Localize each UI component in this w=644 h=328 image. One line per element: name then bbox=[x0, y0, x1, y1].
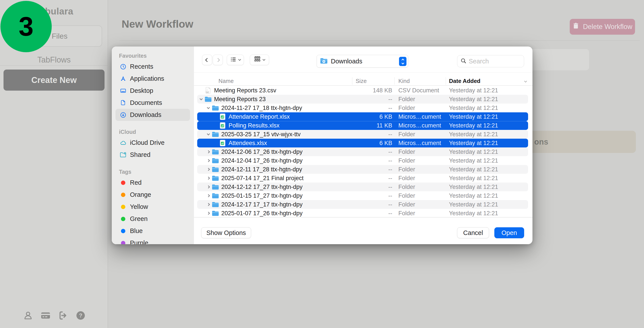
sign-out-icon[interactable] bbox=[58, 310, 68, 321]
dialog-sidebar-item-blue[interactable]: Blue bbox=[116, 225, 190, 237]
table-row-2025-01-15-17-27-ttx-hgtn-dpy[interactable]: 2025-01-15 17_27 ttx-hgtn-dpy -- Folder … bbox=[197, 191, 528, 200]
file-date-added: Yesterday at 12:21 bbox=[449, 95, 521, 104]
folder-icon bbox=[212, 175, 219, 182]
dialog-sidebar-item-red[interactable]: Red bbox=[116, 177, 190, 189]
disclosure-chevron-icon[interactable] bbox=[206, 186, 211, 188]
table-row-2024-12-11-17-28-ttx-hgtn-dpy[interactable]: 2024-12-11 17_28 ttx-hgtn-dpy -- Folder … bbox=[197, 165, 528, 174]
cancel-button[interactable]: Cancel bbox=[457, 227, 489, 238]
dialog-sidebar-item-downloads[interactable]: Downloads bbox=[116, 109, 190, 121]
disclosure-chevron-icon[interactable] bbox=[206, 195, 211, 197]
forward-button[interactable] bbox=[213, 55, 223, 65]
file-name-cell: 2024-12-12 17_27 ttx-hgtn-dpy bbox=[197, 183, 302, 191]
sidebar-section-title-tags: Tags bbox=[116, 169, 190, 175]
table-row-meeting-reports-23-csv[interactable]: csv Meeting Reports 23.csv 148 KB CSV Do… bbox=[197, 86, 528, 95]
search-field[interactable] bbox=[457, 55, 524, 67]
file-name-cell: 2024-12-06 17_26 ttx-hgtn-dpy bbox=[197, 147, 302, 156]
column-header-name[interactable]: Name bbox=[218, 77, 234, 85]
dialog-sidebar-item-recents[interactable]: Recents bbox=[116, 61, 190, 73]
group-view-dropdown[interactable] bbox=[250, 55, 269, 65]
file-kind: Folder bbox=[398, 200, 448, 209]
folder-icon bbox=[212, 210, 219, 217]
table-row-2024-12-04-17-26-ttx-hgtn-dpy[interactable]: 2024-12-04 17_26 ttx-hgtn-dpy -- Folder … bbox=[197, 156, 528, 165]
file-date-added: Yesterday at 12:21 bbox=[449, 209, 521, 217]
table-row-2024-12-06-17-26-ttx-hgtn-dpy[interactable]: 2024-12-06 17_26 ttx-hgtn-dpy -- Folder … bbox=[197, 147, 528, 156]
delete-workflow-button[interactable]: Delete Workflow bbox=[570, 19, 635, 35]
dialog-sidebar-item-yellow[interactable]: Yellow bbox=[116, 201, 190, 213]
table-row-polling-results-xlsx[interactable]: Polling Results.xlsx 11 KB Micros…cument… bbox=[197, 121, 528, 130]
column-header-date-added[interactable]: Date Added bbox=[449, 77, 480, 85]
file-name-cell: csv Meeting Reports 23.csv bbox=[197, 86, 276, 95]
page-title: New Workflow bbox=[122, 18, 193, 30]
disclosure-chevron-icon[interactable] bbox=[206, 203, 211, 206]
folder-icon bbox=[212, 183, 219, 191]
column-header-size[interactable]: Size bbox=[356, 77, 367, 85]
help-icon[interactable]: ? bbox=[76, 310, 86, 321]
table-row-2024-12-12-17-27-ttx-hgtn-dpy[interactable]: 2024-12-12 17_27 ttx-hgtn-dpy -- Folder … bbox=[197, 183, 528, 191]
select-stepper-icon[interactable] bbox=[399, 57, 406, 66]
location-select[interactable]: Downloads bbox=[317, 55, 408, 68]
file-name: 2025-07-14 17_21 Final project bbox=[221, 175, 304, 182]
excel-file-icon bbox=[219, 113, 226, 120]
dialog-sidebar-item-applications[interactable]: Applications bbox=[116, 73, 190, 85]
table-row-attendees-xlsx[interactable]: Attendees.xlsx 6 KB Micros…cument Yester… bbox=[197, 139, 528, 147]
sidebar-bottom-toolbar: ? bbox=[23, 310, 86, 321]
disclosure-chevron-icon[interactable] bbox=[206, 159, 211, 162]
table-row-meeting-reports-23[interactable]: Meeting Reports 23 -- Folder Yesterday a… bbox=[197, 95, 528, 104]
sidebar-item-label: Green bbox=[130, 215, 148, 223]
sidebar-item-label: Blue bbox=[130, 227, 143, 235]
downloads-folder-icon bbox=[320, 58, 328, 65]
table-row-2025-01-07-17-26-ttx-hgtn-dpy[interactable]: 2025-01-07 17_26 ttx-hgtn-dpy -- Folder … bbox=[197, 209, 528, 217]
file-name-cell: 2025-03-25 17_15 vtv-wjyx-ttv bbox=[197, 130, 301, 139]
tag-dot bbox=[120, 204, 126, 210]
table-row-attendance-report-xlsx[interactable]: Attendance Report.xlsx 6 KB Micros…cumen… bbox=[197, 112, 528, 121]
document-icon bbox=[120, 100, 126, 106]
file-kind: Folder bbox=[398, 174, 448, 183]
dialog-sidebar-item-shared[interactable]: Shared bbox=[116, 149, 190, 161]
table-row-2024-12-17-17-17-ttx-hgtn-dpy[interactable]: 2024-12-17 17_17 ttx-hgtn-dpy -- Folder … bbox=[197, 200, 528, 209]
dialog-sidebar-item-purple[interactable]: Purple bbox=[116, 237, 190, 244]
table-row-2025-07-14-17-21-final-project[interactable]: 2025-07-14 17_21 Final project -- Folder… bbox=[197, 174, 528, 183]
disclosure-chevron-icon[interactable] bbox=[206, 134, 211, 135]
svg-text:?: ? bbox=[79, 312, 82, 318]
disclosure-chevron-icon[interactable] bbox=[206, 151, 211, 153]
search-icon bbox=[460, 58, 466, 65]
open-button[interactable]: Open bbox=[494, 227, 524, 238]
file-name: 2024-12-11 17_28 ttx-hgtn-dpy bbox=[221, 166, 302, 173]
folder-icon bbox=[204, 95, 212, 103]
dialog-sidebar-item-documents[interactable]: Documents bbox=[116, 97, 190, 109]
chevron-right-icon bbox=[216, 58, 220, 62]
dialog-sidebar-item-green[interactable]: Green bbox=[116, 213, 190, 225]
sort-chevron-icon[interactable] bbox=[524, 79, 526, 83]
file-size: -- bbox=[359, 156, 392, 165]
create-new-button[interactable]: Create New bbox=[4, 70, 104, 91]
table-row-2025-03-25-17-15-vtv-wjyx-ttv[interactable]: 2025-03-25 17_15 vtv-wjyx-ttv -- Folder … bbox=[197, 130, 528, 139]
dialog-sidebar-item-orange[interactable]: Orange bbox=[116, 189, 190, 201]
show-options-button[interactable]: Show Options bbox=[201, 227, 251, 238]
file-size: 6 KB bbox=[359, 112, 392, 121]
billing-card-icon[interactable] bbox=[40, 310, 51, 321]
file-name: 2024-11-27 17_18 ttx-hgtn-dpy bbox=[221, 105, 302, 111]
tag-dot bbox=[120, 192, 126, 198]
file-date-added: Yesterday at 12:21 bbox=[449, 121, 521, 130]
file-kind: Micros…cument bbox=[398, 121, 448, 130]
dialog-sidebar-item-icloud-drive[interactable]: iCloud Drive bbox=[116, 137, 190, 149]
file-size: 148 KB bbox=[359, 86, 392, 95]
file-size: -- bbox=[359, 191, 392, 200]
list-view-dropdown[interactable] bbox=[227, 55, 244, 65]
table-row-2024-11-27-17-18-ttx-hgtn-dpy[interactable]: 2024-11-27 17_18 ttx-hgtn-dpy -- Folder … bbox=[197, 104, 528, 112]
profile-icon[interactable] bbox=[23, 310, 33, 321]
file-name-cell: 2025-07-14 17_21 Final project bbox=[197, 174, 304, 183]
back-button[interactable] bbox=[202, 55, 212, 65]
cloud-icon bbox=[120, 139, 126, 146]
disclosure-chevron-icon[interactable] bbox=[198, 98, 204, 100]
file-list: csv Meeting Reports 23.csv 148 KB CSV Do… bbox=[197, 86, 528, 217]
disclosure-chevron-icon[interactable] bbox=[206, 168, 211, 171]
file-size: -- bbox=[359, 95, 392, 104]
disclosure-chevron-icon[interactable] bbox=[206, 177, 211, 179]
disclosure-chevron-icon[interactable] bbox=[206, 107, 211, 109]
disclosure-chevron-icon[interactable] bbox=[206, 212, 211, 214]
file-name-cell: 2024-12-11 17_28 ttx-hgtn-dpy bbox=[197, 165, 302, 174]
dialog-sidebar-item-desktop[interactable]: Desktop bbox=[116, 85, 190, 97]
column-header-kind[interactable]: Kind bbox=[398, 77, 410, 85]
search-input[interactable] bbox=[469, 58, 521, 65]
